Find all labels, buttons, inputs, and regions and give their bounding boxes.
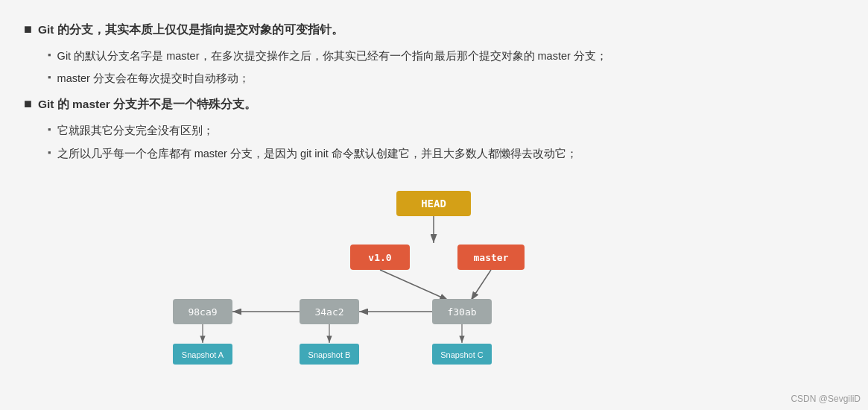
git-diagram-svg: HEAD v1.0 master f30ab 34ac2 xyxy=(173,183,694,370)
sub-icon-2-2: ▪ xyxy=(48,147,51,158)
content-area: ■ Git 的分支，其实本质上仅仅是指向提交对象的可变指针。 ▪ Git 的默认… xyxy=(24,21,843,370)
snap-a-label: Snapshot A xyxy=(182,350,224,359)
sub-icon-2-1: ▪ xyxy=(48,124,51,135)
sub-bullets-1: ▪ Git 的默认分支名字是 master，在多次提交操作之后，你其实已经有一个… xyxy=(48,47,843,88)
bullet-sub-2-1: ▪ 它就跟其它分支完全没有区别； xyxy=(48,122,843,140)
bullet-sub-2-2: ▪ 之所以几乎每一个仓库都有 master 分支，是因为 git init 命令… xyxy=(48,145,843,163)
head-label: HEAD xyxy=(421,198,446,209)
sub-text-2-2: 之所以几乎每一个仓库都有 master 分支，是因为 git init 命令默认… xyxy=(57,145,577,163)
bullet-sub-1-2: ▪ master 分支会在每次提交时自动移动； xyxy=(48,69,843,88)
snap-c-label: Snapshot C xyxy=(440,350,484,359)
sub-text-1-2: master 分支会在每次提交时自动移动； xyxy=(57,69,250,88)
bullet-main-text-1: Git 的分支，其实本质上仅仅是指向提交对象的可变指针。 xyxy=(38,21,343,40)
98ca9-label: 98ca9 xyxy=(188,306,217,318)
diagram-area: HEAD v1.0 master f30ab 34ac2 xyxy=(24,183,843,370)
sub-text-2-1: 它就跟其它分支完全没有区别； xyxy=(57,122,214,140)
bullet-main-text-2: Git 的 master 分支并不是一个特殊分支。 xyxy=(38,95,256,114)
v10-label: v1.0 xyxy=(368,252,391,263)
bullet-sub-1-1: ▪ Git 的默认分支名字是 master，在多次提交操作之后，你其实已经有一个… xyxy=(48,47,843,66)
master-label: master xyxy=(474,252,509,263)
bullet-icon-2: ■ xyxy=(24,96,32,112)
v10-to-f30ab-arrow xyxy=(380,270,449,300)
34ac2-label: 34ac2 xyxy=(314,306,343,318)
bullet-icon-1: ■ xyxy=(24,22,32,37)
sub-icon-1-1: ▪ xyxy=(48,49,51,60)
bullet-main-2: ■ Git 的 master 分支并不是一个特殊分支。 xyxy=(24,95,843,114)
snap-b-label: Snapshot B xyxy=(308,350,351,359)
bullet-main-1: ■ Git 的分支，其实本质上仅仅是指向提交对象的可变指针。 xyxy=(24,21,843,40)
sub-text-1-1: Git 的默认分支名字是 master，在多次提交操作之后，你其实已经有一个指向… xyxy=(57,47,607,66)
sub-bullets-2: ▪ 它就跟其它分支完全没有区别； ▪ 之所以几乎每一个仓库都有 master 分… xyxy=(48,122,843,163)
f30ab-label: f30ab xyxy=(447,306,476,318)
sub-icon-1-2: ▪ xyxy=(48,72,51,83)
master-to-f30ab-arrow xyxy=(471,270,491,300)
watermark: CSDN @SevgiliD xyxy=(791,394,861,404)
